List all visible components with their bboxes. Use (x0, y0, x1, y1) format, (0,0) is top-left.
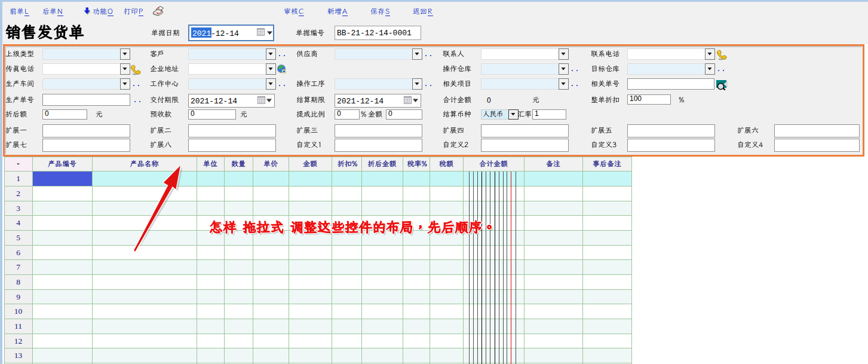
svg-text:13: 13 (14, 351, 23, 360)
svg-text:9: 9 (16, 292, 20, 301)
svg-text:7: 7 (16, 262, 20, 271)
svg-text:2021-12-14: 2021-12-14 (337, 97, 384, 106)
svg-text:1: 1 (535, 109, 539, 118)
svg-text:5: 5 (16, 233, 20, 242)
svg-text:2021: 2021 (192, 29, 211, 38)
svg-text:1: 1 (16, 174, 20, 183)
svg-text:100: 100 (630, 94, 642, 103)
svg-text:12: 12 (14, 337, 23, 345)
svg-text:0: 0 (337, 109, 341, 118)
svg-text:-: - (17, 159, 19, 168)
svg-text:0: 0 (191, 109, 195, 118)
svg-text:2021-12-14: 2021-12-14 (191, 97, 237, 106)
svg-text:4: 4 (16, 218, 20, 227)
svg-text:0: 0 (388, 109, 392, 118)
svg-text:0: 0 (487, 96, 491, 105)
svg-text:3: 3 (16, 204, 20, 213)
svg-text:11: 11 (14, 322, 22, 331)
svg-text:-12-14: -12-14 (211, 29, 239, 38)
svg-text:2: 2 (16, 189, 20, 198)
svg-text:8: 8 (16, 277, 20, 286)
svg-text:6: 6 (16, 248, 20, 257)
svg-text:0: 0 (45, 109, 49, 118)
svg-text:10: 10 (14, 307, 23, 316)
svg-text:BB-21-12-14-0001: BB-21-12-14-0001 (337, 29, 412, 38)
